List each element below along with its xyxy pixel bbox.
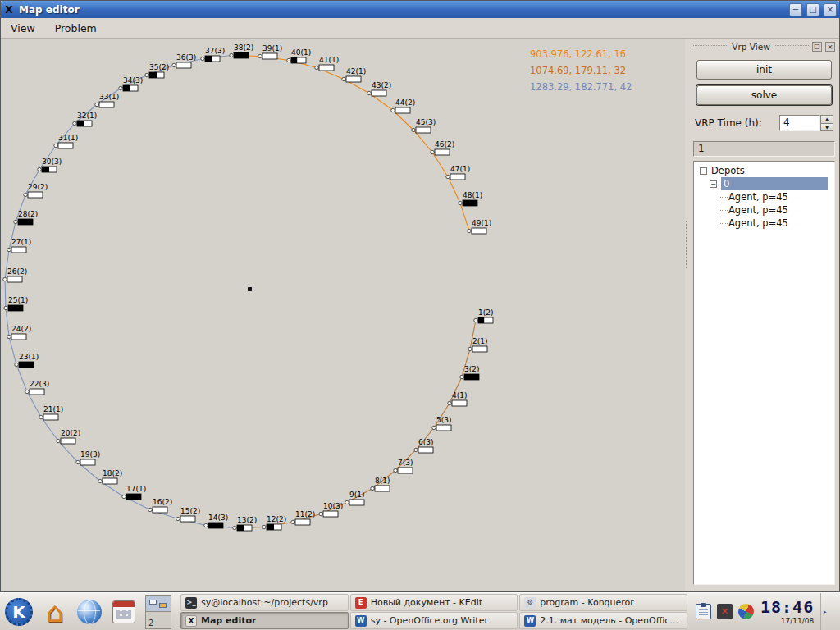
collapse-icon[interactable] [710, 180, 717, 188]
map-node[interactable]: 44(2) [391, 98, 415, 113]
map-node[interactable]: 8(1) [371, 477, 390, 491]
map-node[interactable]: 21(1) [39, 405, 63, 420]
tree-item-depots[interactable]: Depots [694, 164, 834, 177]
menu-problem[interactable]: Problem [53, 21, 98, 36]
organizer-launcher[interactable] [107, 594, 141, 630]
taskbar-task[interactable]: Wsy - OpenOffice.org Writer [350, 612, 518, 629]
vrp-time-value[interactable]: 4 [779, 115, 820, 131]
node-label: 44(2) [395, 98, 415, 107]
taskbar-task[interactable]: EНовый документ - KEdit [350, 594, 518, 611]
map-node[interactable]: 24(2) [7, 325, 31, 340]
tree-item-agent[interactable]: Agent, p=45 [694, 190, 834, 203]
map-node[interactable]: 33(1) [95, 93, 119, 107]
dock-splitter[interactable] [685, 39, 689, 591]
map-node[interactable]: 25(1) [4, 296, 28, 311]
browser-launcher[interactable] [72, 594, 107, 630]
node-point-icon [368, 91, 371, 94]
selected-depot[interactable]: 0 [721, 177, 828, 190]
map-node[interactable]: 29(2) [24, 183, 48, 198]
map-node[interactable]: 31(1) [54, 134, 78, 148]
minimize-button[interactable] [789, 3, 802, 16]
map-node[interactable]: 47(1) [446, 165, 470, 180]
map-node[interactable]: 6(3) [414, 438, 434, 453]
map-node[interactable]: 10(3) [319, 502, 343, 517]
map-node[interactable]: 45(3) [412, 118, 436, 133]
map-node[interactable]: 48(1) [459, 191, 482, 206]
init-button[interactable]: init [696, 60, 832, 80]
map-node[interactable]: 11(2) [291, 510, 315, 525]
map-node[interactable]: 30(3) [38, 158, 62, 172]
map-node[interactable]: 39(1) [258, 44, 282, 59]
collapse-icon[interactable] [700, 167, 707, 175]
pager-desktop-2[interactable]: 2 [146, 612, 171, 628]
dock-close-button[interactable] [825, 42, 835, 52]
clipboard-tray-icon[interactable] [696, 604, 711, 619]
kde-logo-icon [5, 598, 33, 626]
utility-tray-icon[interactable] [717, 604, 733, 619]
map-node[interactable]: 16(2) [148, 498, 172, 513]
map-node[interactable]: 20(2) [57, 429, 80, 444]
map-svg[interactable]: 1(2)2(1)3(2)4(1)5(3)6(3)7(3)8(1)9(1)10(3… [1, 39, 685, 591]
task-label: Новый документ - KEdit [371, 597, 482, 608]
kmenu-button[interactable] [0, 593, 38, 630]
map-node[interactable]: 17(1) [122, 485, 146, 500]
home-icon [46, 598, 64, 626]
map-node[interactable]: 4(1) [448, 391, 468, 406]
map-node[interactable]: 19(3) [76, 450, 100, 465]
map-node[interactable]: 28(2) [14, 210, 38, 225]
tree-item-agent[interactable]: Agent, p=45 [694, 203, 834, 217]
node-label: 21(1) [43, 405, 63, 413]
depot-marker[interactable] [248, 287, 252, 291]
map-node[interactable]: 32(1) [73, 112, 97, 126]
map-node[interactable]: 12(2) [262, 515, 286, 530]
map-node[interactable]: 40(1) [287, 48, 311, 63]
map-node[interactable]: 49(1) [468, 219, 491, 234]
map-node[interactable]: 7(3) [394, 459, 413, 473]
taskbar-task[interactable]: ⚙program - Konqueror [519, 594, 687, 611]
map-node[interactable]: 42(1) [342, 67, 366, 82]
map-node[interactable]: 35(2) [145, 63, 169, 78]
map-node[interactable]: 13(2) [233, 516, 257, 531]
panel-hide-button[interactable] [820, 593, 829, 630]
map-node[interactable]: 43(2) [368, 81, 391, 96]
maximize-button[interactable] [806, 3, 819, 16]
map-canvas-area[interactable]: 1(2)2(1)3(2)4(1)5(3)6(3)7(3)8(1)9(1)10(3… [1, 39, 685, 591]
map-node[interactable]: 18(2) [98, 469, 122, 484]
taskbar-task[interactable]: >_sy@localhost:~/projects/vrp [180, 594, 349, 611]
menu-view[interactable]: View [9, 21, 37, 36]
map-node[interactable]: 36(3) [172, 53, 196, 68]
tree-item-depot-0[interactable]: 0 [694, 177, 834, 190]
desktop-pager[interactable]: 2 [145, 595, 171, 629]
map-node[interactable]: 23(1) [15, 353, 39, 368]
vrp-time-spinbox[interactable]: 4 [779, 115, 833, 131]
map-node[interactable]: 1(2) [474, 308, 494, 323]
clock[interactable]: 18:46 17/11/08 [760, 598, 814, 625]
map-node[interactable]: 34(3) [119, 76, 143, 91]
close-button[interactable] [824, 3, 837, 16]
map-node[interactable]: 41(1) [315, 56, 339, 71]
window-titlebar[interactable]: Map editor [1, 1, 839, 18]
map-node[interactable]: 22(3) [25, 380, 49, 395]
home-launcher[interactable] [38, 594, 72, 630]
spin-up-button[interactable] [820, 115, 833, 123]
map-node[interactable]: 14(3) [204, 514, 228, 528]
pinwheel-tray-icon[interactable] [736, 601, 756, 622]
taskbar-task[interactable]: XMap editor [180, 612, 349, 629]
spin-down-button[interactable] [820, 123, 833, 132]
map-node[interactable]: 37(3) [201, 47, 225, 62]
map-node[interactable]: 9(1) [345, 491, 365, 505]
dock-float-button[interactable] [812, 42, 822, 52]
solve-button[interactable]: solve [696, 85, 832, 105]
dock-titlebar[interactable]: Vrp View [693, 41, 835, 52]
map-node[interactable]: 46(2) [431, 140, 454, 155]
tree-item-agent[interactable]: Agent, p=45 [694, 217, 834, 230]
map-node[interactable]: 26(2) [3, 267, 27, 282]
problem-selector[interactable]: 1 [693, 141, 835, 157]
solution-tree[interactable]: Depots 0 Agent, p=45 Agent, p=45 Agent, … [693, 161, 835, 585]
node-label: 28(2) [18, 210, 38, 218]
pager-desktop-1[interactable] [146, 596, 171, 613]
map-node[interactable]: 27(1) [7, 238, 31, 253]
taskbar-task[interactable]: W2.1. мат модель - OpenOffice... [519, 612, 687, 629]
map-node[interactable]: 15(2) [176, 507, 200, 522]
map-node[interactable]: 5(3) [432, 416, 452, 431]
